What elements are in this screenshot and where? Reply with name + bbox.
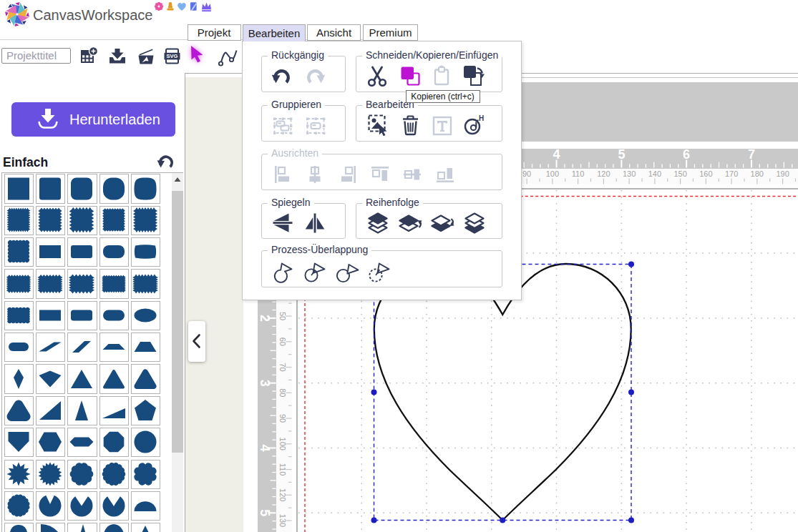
svg-text:SVG: SVG xyxy=(167,53,178,59)
svg-text:H: H xyxy=(478,114,483,122)
